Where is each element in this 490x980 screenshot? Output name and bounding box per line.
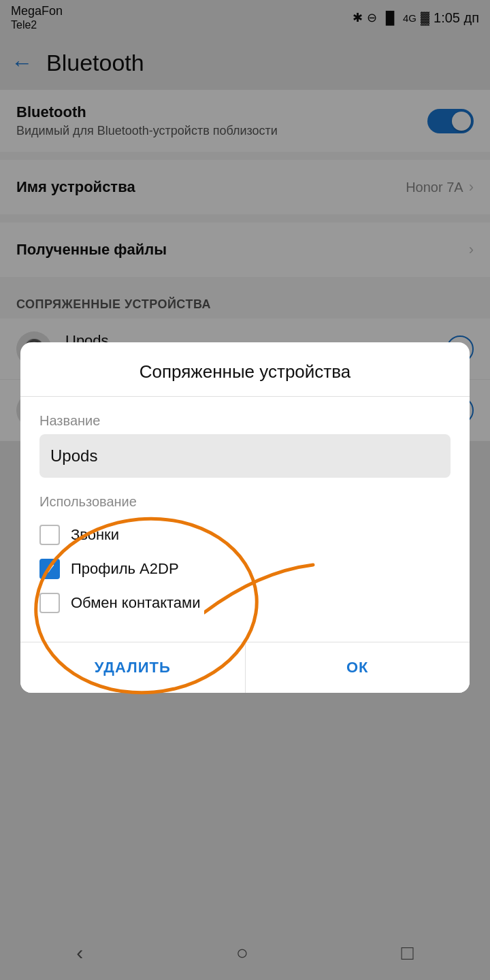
modal-overlay: Сопряженные устройства Название Использо… — [0, 0, 490, 980]
checkbox-a2dp-label: Профиль A2DP — [71, 560, 179, 578]
dialog-body: Название Использование Звонки Профиль A2… — [20, 397, 470, 636]
delete-button[interactable]: УДАЛИТЬ — [20, 642, 246, 693]
checkbox-contacts-row[interactable]: Обмен контактами — [39, 586, 451, 620]
dialog-field-label: Название — [39, 413, 451, 429]
dialog-usage-label: Использование — [39, 494, 451, 510]
dialog-title: Сопряженные устройства — [20, 342, 470, 397]
checkbox-contacts[interactable] — [39, 593, 60, 613]
checkbox-contacts-label: Обмен контактами — [71, 594, 201, 612]
ok-button[interactable]: ОК — [246, 642, 470, 693]
dialog-actions: УДАЛИТЬ ОК — [20, 642, 470, 693]
dialog-name-input[interactable] — [39, 434, 451, 478]
paired-device-dialog: Сопряженные устройства Название Использо… — [20, 342, 470, 693]
checkbox-a2dp[interactable] — [39, 559, 60, 579]
checkbox-calls-row[interactable]: Звонки — [39, 518, 451, 552]
checkbox-a2dp-row[interactable]: Профиль A2DP — [39, 552, 451, 586]
checkbox-calls[interactable] — [39, 525, 60, 545]
checkbox-calls-label: Звонки — [71, 526, 119, 544]
